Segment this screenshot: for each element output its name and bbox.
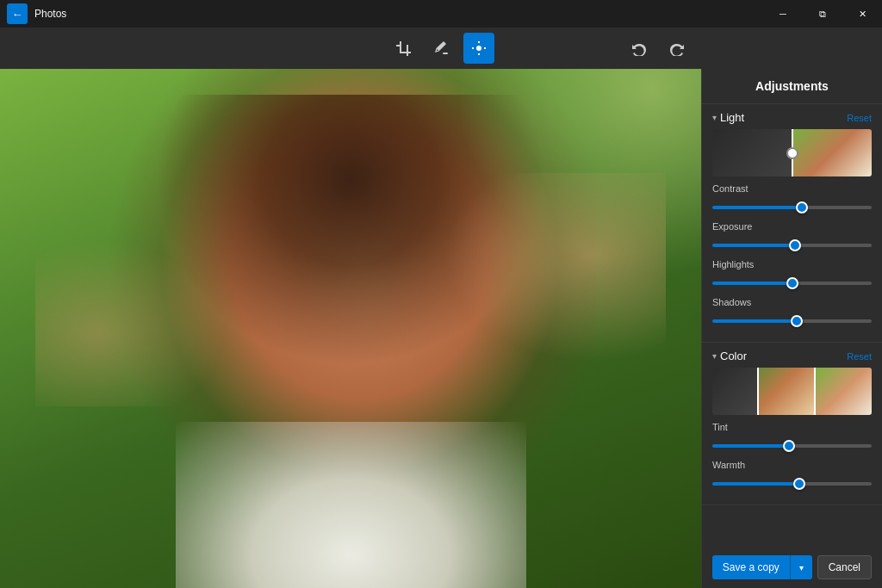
highlights-slider[interactable] <box>712 282 872 285</box>
exposure-slider-row: Exposure <box>712 221 872 251</box>
footer-buttons: Save a copy ▾ Cancel <box>702 547 882 588</box>
restore-button[interactable]: ⧉ <box>803 0 842 28</box>
light-reset-button[interactable]: Reset <box>847 113 872 123</box>
app-title: Photos <box>34 8 66 20</box>
tint-slider-row: Tint <box>712 422 872 451</box>
window-controls: ─ ⧉ ✕ <box>763 0 882 28</box>
crop-button[interactable] <box>388 33 419 64</box>
color-chevron-icon: ▾ <box>712 351 717 361</box>
redo-button[interactable] <box>662 33 693 64</box>
light-section-header[interactable]: ▾ Light Reset <box>712 111 872 124</box>
tint-slider[interactable] <box>712 444 872 448</box>
minimize-button[interactable]: ─ <box>763 0 803 28</box>
warmth-slider-row: Warmth <box>712 460 872 489</box>
adjustments-panel: Adjustments ▾ Light Reset Contras <box>701 69 882 588</box>
shadows-slider-row: Shadows <box>712 297 872 326</box>
shadows-slider[interactable] <box>712 319 872 323</box>
warmth-slider[interactable] <box>712 482 872 486</box>
save-copy-group: Save a copy ▾ <box>712 555 812 579</box>
color-preview-thumbnail <box>712 368 872 415</box>
markup-button[interactable] <box>425 33 457 64</box>
light-label: Light <box>720 111 744 124</box>
cancel-button[interactable]: Cancel <box>817 555 872 579</box>
color-label: Color <box>720 350 747 362</box>
photo-area <box>0 69 701 588</box>
undo-redo-group <box>624 33 693 64</box>
toolbar <box>0 28 882 69</box>
color-reset-button[interactable]: Reset <box>847 351 872 362</box>
shadows-label: Shadows <box>712 297 872 307</box>
tint-label: Tint <box>712 422 872 432</box>
svg-point-1 <box>476 46 481 51</box>
thumb-divider <box>792 129 793 176</box>
contrast-slider-row: Contrast <box>712 183 872 213</box>
exposure-label: Exposure <box>712 221 872 232</box>
main-content: Adjustments ▾ Light Reset Contras <box>0 69 882 588</box>
highlights-slider-row: Highlights <box>712 259 872 288</box>
app-icon: ← <box>7 3 28 24</box>
titlebar: ← Photos ─ ⧉ ✕ <box>0 0 882 28</box>
panel-header: Adjustments <box>702 69 882 104</box>
save-copy-dropdown-button[interactable]: ▾ <box>790 555 812 579</box>
dropdown-arrow-icon: ▾ <box>799 563 804 573</box>
exposure-slider[interactable] <box>712 244 872 247</box>
back-arrow-icon[interactable]: ← <box>12 8 23 21</box>
undo-button[interactable] <box>624 33 655 64</box>
light-preview-thumbnail <box>712 129 872 176</box>
svg-rect-0 <box>443 53 448 54</box>
save-copy-button[interactable]: Save a copy <box>712 555 790 579</box>
highlights-label: Highlights <box>712 259 872 269</box>
contrast-slider[interactable] <box>712 206 872 209</box>
warmth-label: Warmth <box>712 460 872 470</box>
color-section: ▾ Color Reset Tint <box>702 343 882 505</box>
contrast-label: Contrast <box>712 183 872 194</box>
portrait-photo <box>0 69 701 588</box>
enhance-button[interactable] <box>463 33 494 64</box>
close-button[interactable]: ✕ <box>842 0 882 28</box>
light-chevron-icon: ▾ <box>712 113 717 122</box>
color-section-header[interactable]: ▾ Color Reset <box>712 350 872 362</box>
light-section: ▾ Light Reset Contrast Exposure <box>702 104 882 343</box>
